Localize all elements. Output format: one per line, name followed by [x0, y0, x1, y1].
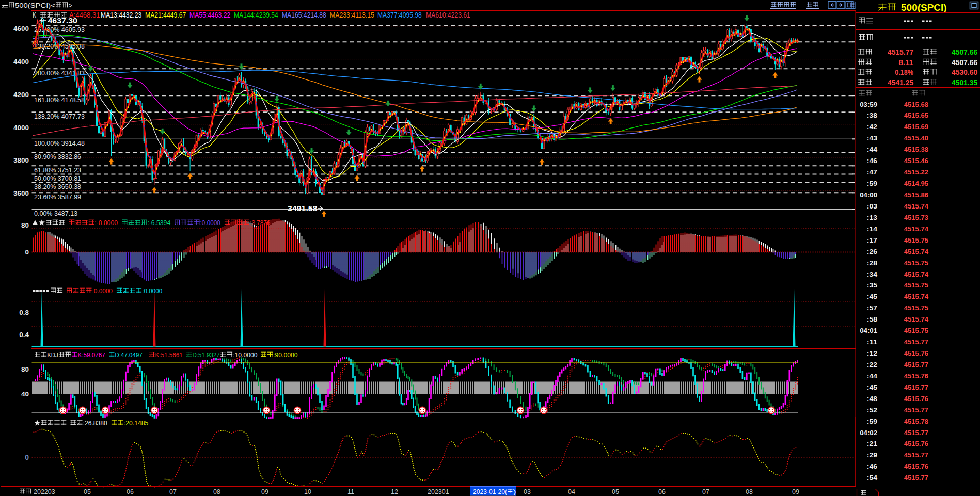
- svg-text:KDJ: KDJ: [47, 351, 58, 359]
- svg-text::-6.5394: :-6.5394: [147, 219, 170, 227]
- svg-text:08: 08: [213, 488, 220, 495]
- svg-text:4515.76: 4515.76: [904, 372, 929, 380]
- svg-text:4200: 4200: [13, 91, 29, 99]
- svg-text:23.60% 3587.99: 23.60% 3587.99: [34, 194, 81, 201]
- svg-text::26.8380: :26.8380: [83, 420, 107, 427]
- svg-text:04:02: 04:02: [860, 429, 877, 437]
- svg-text::-0.0000: :-0.0000: [94, 219, 118, 227]
- svg-text:4000: 4000: [13, 124, 29, 132]
- svg-text::12: :12: [867, 349, 877, 357]
- svg-text::11: :11: [867, 338, 878, 346]
- svg-text:61.80% 3751.23: 61.80% 3751.23: [34, 167, 81, 174]
- svg-text:4515.77: 4515.77: [904, 406, 928, 414]
- svg-text:3600: 3600: [13, 189, 29, 197]
- svg-text:4515.75: 4515.75: [904, 259, 929, 267]
- svg-text:08: 08: [746, 488, 753, 495]
- svg-text:40: 40: [21, 390, 29, 398]
- svg-text::57: :57: [867, 304, 877, 312]
- svg-text:4514.95: 4514.95: [904, 180, 929, 187]
- svg-text:MA610:4223.61: MA610:4223.61: [426, 11, 470, 19]
- svg-text:38.20% 3650.38: 38.20% 3650.38: [34, 183, 81, 190]
- svg-text:4515.74: 4515.74: [904, 270, 929, 278]
- svg-text:4515.77: 4515.77: [904, 338, 928, 346]
- svg-text:K:51.5661: K:51.5661: [155, 351, 183, 359]
- svg-text::48: :48: [867, 395, 878, 403]
- svg-text:03: 03: [524, 488, 531, 495]
- svg-text:4515.76: 4515.76: [904, 395, 929, 403]
- svg-text::35: :35: [867, 281, 878, 289]
- svg-text:4507.66: 4507.66: [952, 47, 977, 56]
- svg-text:4515.76: 4515.76: [904, 440, 929, 447]
- svg-text:MA21:4449.67: MA21:4449.67: [145, 11, 186, 19]
- svg-text::44: :44: [867, 372, 878, 380]
- svg-text::45: :45: [867, 383, 878, 391]
- svg-text::28: :28: [867, 259, 878, 267]
- svg-text:4515.75: 4515.75: [904, 236, 929, 244]
- svg-text::20.1485: :20.1485: [124, 420, 148, 427]
- svg-text::42: :42: [867, 123, 877, 131]
- svg-text:09: 09: [261, 488, 268, 495]
- svg-text:4515.74: 4515.74: [904, 293, 929, 300]
- svg-text:04:01: 04:01: [860, 327, 877, 334]
- svg-text:80: 80: [21, 221, 29, 229]
- svg-text:>: >: [69, 2, 72, 9]
- svg-text:06: 06: [127, 488, 134, 495]
- svg-text:A:4468.31: A:4468.31: [69, 11, 100, 19]
- svg-text:MA233:4113.15: MA233:4113.15: [330, 11, 374, 19]
- svg-text::90.0000: :90.0000: [273, 351, 297, 359]
- svg-text:0: 0: [25, 248, 29, 256]
- svg-text::46: :46: [867, 157, 878, 165]
- svg-text:): ): [513, 488, 516, 495]
- svg-text:MA377:4095.98: MA377:4095.98: [377, 11, 422, 19]
- svg-text:4515.75: 4515.75: [904, 304, 929, 312]
- svg-text:4515.22: 4515.22: [904, 168, 928, 176]
- svg-text:4515.38: 4515.38: [904, 146, 929, 153]
- svg-text:MA13:4432.23: MA13:4432.23: [101, 11, 141, 19]
- svg-text:4515.74: 4515.74: [904, 225, 929, 233]
- svg-text:4515.73: 4515.73: [904, 214, 929, 221]
- svg-text::58: :58: [867, 315, 878, 323]
- svg-text::03: :03: [867, 202, 878, 210]
- svg-text::22: :22: [867, 361, 877, 369]
- svg-text:4515.74: 4515.74: [904, 202, 929, 210]
- svg-text:4515.78: 4515.78: [904, 418, 929, 425]
- svg-text:0.8: 0.8: [19, 309, 29, 316]
- svg-text:4541.25: 4541.25: [888, 78, 913, 87]
- svg-text::59: :59: [867, 180, 877, 187]
- svg-text:04: 04: [568, 488, 575, 495]
- svg-text:4515.40: 4515.40: [904, 134, 928, 142]
- svg-text:4515.75: 4515.75: [904, 281, 929, 289]
- svg-text:4515.76: 4515.76: [904, 349, 929, 357]
- svg-text::38: :38: [867, 111, 878, 119]
- svg-text:4515.77: 4515.77: [904, 429, 928, 437]
- svg-text::17: :17: [867, 236, 877, 244]
- svg-text::54: :54: [867, 474, 878, 482]
- svg-text:4515.74: 4515.74: [904, 315, 929, 323]
- svg-text::21: :21: [867, 440, 878, 447]
- svg-text:4515.77: 4515.77: [904, 474, 928, 482]
- svg-text::26: :26: [867, 248, 878, 255]
- svg-text:3491.58: 3491.58: [288, 204, 317, 213]
- svg-text::14: :14: [867, 225, 878, 233]
- svg-text::10.0000: :10.0000: [233, 351, 257, 359]
- svg-text:K:59.0767: K:59.0767: [78, 351, 105, 359]
- svg-text:4600: 4600: [13, 25, 29, 33]
- svg-text:4515.77: 4515.77: [904, 451, 928, 459]
- svg-text:0.4: 0.4: [19, 331, 29, 339]
- svg-text:161.80% 4178.58: 161.80% 4178.58: [34, 97, 85, 104]
- svg-text::52: :52: [867, 406, 877, 414]
- svg-text:05: 05: [612, 488, 619, 495]
- svg-text:4515.46: 4515.46: [904, 157, 929, 165]
- svg-text:4530.60: 4530.60: [952, 68, 977, 76]
- svg-text:202301: 202301: [428, 488, 449, 495]
- svg-text:80: 80: [21, 365, 29, 373]
- svg-text:05: 05: [84, 488, 91, 495]
- svg-text:4515.77: 4515.77: [888, 47, 913, 56]
- svg-text:06: 06: [658, 488, 666, 495]
- svg-text:07: 07: [702, 488, 709, 495]
- svg-text:12: 12: [391, 488, 398, 495]
- svg-text:4501.35: 4501.35: [952, 78, 977, 87]
- svg-text:MA165:4214.88: MA165:4214.88: [282, 11, 326, 19]
- svg-text:4515.75: 4515.75: [904, 327, 929, 334]
- svg-text:80.90% 3832.86: 80.90% 3832.86: [34, 153, 81, 161]
